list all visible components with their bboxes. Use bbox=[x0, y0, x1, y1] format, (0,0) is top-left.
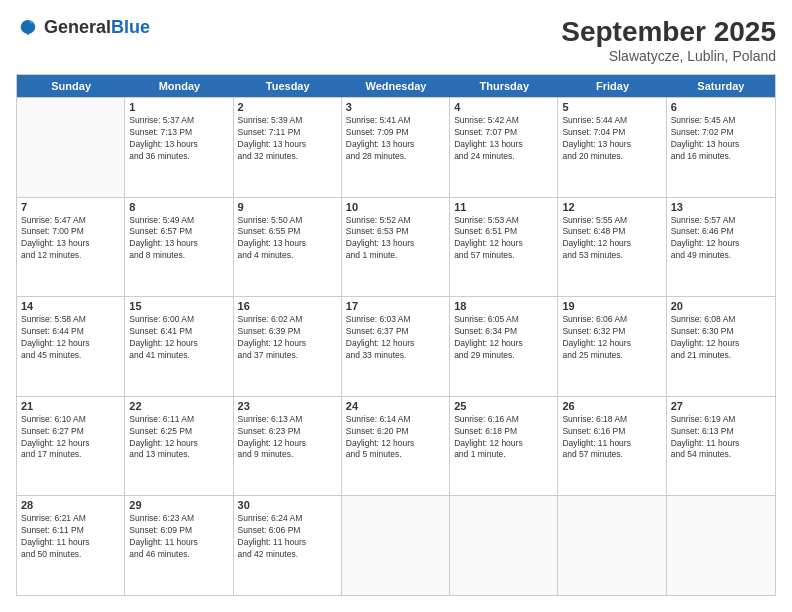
day-number: 14 bbox=[21, 300, 120, 312]
calendar-cell: 1Sunrise: 5:37 AM Sunset: 7:13 PM Daylig… bbox=[125, 98, 233, 197]
page: GeneralBlue September 2025 Slawatycze, L… bbox=[0, 0, 792, 612]
day-info: Sunrise: 6:16 AM Sunset: 6:18 PM Dayligh… bbox=[454, 414, 553, 462]
day-number: 19 bbox=[562, 300, 661, 312]
weekday-header: Friday bbox=[558, 75, 666, 97]
calendar-cell: 28Sunrise: 6:21 AM Sunset: 6:11 PM Dayli… bbox=[17, 496, 125, 595]
calendar-header: SundayMondayTuesdayWednesdayThursdayFrid… bbox=[17, 75, 775, 97]
day-number: 18 bbox=[454, 300, 553, 312]
day-number: 7 bbox=[21, 201, 120, 213]
day-info: Sunrise: 6:03 AM Sunset: 6:37 PM Dayligh… bbox=[346, 314, 445, 362]
calendar-week: 21Sunrise: 6:10 AM Sunset: 6:27 PM Dayli… bbox=[17, 396, 775, 496]
day-info: Sunrise: 6:10 AM Sunset: 6:27 PM Dayligh… bbox=[21, 414, 120, 462]
day-number: 11 bbox=[454, 201, 553, 213]
weekday-header: Sunday bbox=[17, 75, 125, 97]
calendar-cell: 21Sunrise: 6:10 AM Sunset: 6:27 PM Dayli… bbox=[17, 397, 125, 496]
day-number: 16 bbox=[238, 300, 337, 312]
day-number: 25 bbox=[454, 400, 553, 412]
calendar-week: 14Sunrise: 5:58 AM Sunset: 6:44 PM Dayli… bbox=[17, 296, 775, 396]
day-info: Sunrise: 6:06 AM Sunset: 6:32 PM Dayligh… bbox=[562, 314, 661, 362]
calendar-cell: 18Sunrise: 6:05 AM Sunset: 6:34 PM Dayli… bbox=[450, 297, 558, 396]
calendar-cell: 15Sunrise: 6:00 AM Sunset: 6:41 PM Dayli… bbox=[125, 297, 233, 396]
calendar-cell: 27Sunrise: 6:19 AM Sunset: 6:13 PM Dayli… bbox=[667, 397, 775, 496]
day-number: 24 bbox=[346, 400, 445, 412]
calendar-cell: 5Sunrise: 5:44 AM Sunset: 7:04 PM Daylig… bbox=[558, 98, 666, 197]
day-number: 30 bbox=[238, 499, 337, 511]
day-info: Sunrise: 5:57 AM Sunset: 6:46 PM Dayligh… bbox=[671, 215, 771, 263]
logo-general: General bbox=[44, 17, 111, 37]
calendar-cell: 30Sunrise: 6:24 AM Sunset: 6:06 PM Dayli… bbox=[234, 496, 342, 595]
logo: GeneralBlue bbox=[16, 16, 150, 40]
day-number: 22 bbox=[129, 400, 228, 412]
day-info: Sunrise: 5:58 AM Sunset: 6:44 PM Dayligh… bbox=[21, 314, 120, 362]
day-number: 8 bbox=[129, 201, 228, 213]
calendar-cell bbox=[342, 496, 450, 595]
day-number: 6 bbox=[671, 101, 771, 113]
weekday-header: Wednesday bbox=[342, 75, 450, 97]
calendar: SundayMondayTuesdayWednesdayThursdayFrid… bbox=[16, 74, 776, 596]
day-number: 17 bbox=[346, 300, 445, 312]
calendar-cell bbox=[17, 98, 125, 197]
calendar-cell: 25Sunrise: 6:16 AM Sunset: 6:18 PM Dayli… bbox=[450, 397, 558, 496]
calendar-cell: 2Sunrise: 5:39 AM Sunset: 7:11 PM Daylig… bbox=[234, 98, 342, 197]
day-info: Sunrise: 6:08 AM Sunset: 6:30 PM Dayligh… bbox=[671, 314, 771, 362]
calendar-cell: 9Sunrise: 5:50 AM Sunset: 6:55 PM Daylig… bbox=[234, 198, 342, 297]
day-info: Sunrise: 5:41 AM Sunset: 7:09 PM Dayligh… bbox=[346, 115, 445, 163]
day-number: 23 bbox=[238, 400, 337, 412]
day-info: Sunrise: 5:49 AM Sunset: 6:57 PM Dayligh… bbox=[129, 215, 228, 263]
day-info: Sunrise: 5:39 AM Sunset: 7:11 PM Dayligh… bbox=[238, 115, 337, 163]
day-info: Sunrise: 6:13 AM Sunset: 6:23 PM Dayligh… bbox=[238, 414, 337, 462]
day-info: Sunrise: 5:55 AM Sunset: 6:48 PM Dayligh… bbox=[562, 215, 661, 263]
day-info: Sunrise: 5:37 AM Sunset: 7:13 PM Dayligh… bbox=[129, 115, 228, 163]
calendar-cell: 10Sunrise: 5:52 AM Sunset: 6:53 PM Dayli… bbox=[342, 198, 450, 297]
day-number: 27 bbox=[671, 400, 771, 412]
day-number: 15 bbox=[129, 300, 228, 312]
calendar-body: 1Sunrise: 5:37 AM Sunset: 7:13 PM Daylig… bbox=[17, 97, 775, 595]
day-number: 4 bbox=[454, 101, 553, 113]
day-info: Sunrise: 5:53 AM Sunset: 6:51 PM Dayligh… bbox=[454, 215, 553, 263]
location: Slawatycze, Lublin, Poland bbox=[561, 48, 776, 64]
day-number: 12 bbox=[562, 201, 661, 213]
calendar-cell: 24Sunrise: 6:14 AM Sunset: 6:20 PM Dayli… bbox=[342, 397, 450, 496]
calendar-cell: 11Sunrise: 5:53 AM Sunset: 6:51 PM Dayli… bbox=[450, 198, 558, 297]
day-number: 29 bbox=[129, 499, 228, 511]
day-info: Sunrise: 5:47 AM Sunset: 7:00 PM Dayligh… bbox=[21, 215, 120, 263]
day-info: Sunrise: 6:24 AM Sunset: 6:06 PM Dayligh… bbox=[238, 513, 337, 561]
calendar-cell bbox=[450, 496, 558, 595]
day-number: 10 bbox=[346, 201, 445, 213]
logo-icon bbox=[16, 16, 40, 40]
calendar-cell: 13Sunrise: 5:57 AM Sunset: 6:46 PM Dayli… bbox=[667, 198, 775, 297]
day-info: Sunrise: 6:21 AM Sunset: 6:11 PM Dayligh… bbox=[21, 513, 120, 561]
weekday-header: Tuesday bbox=[234, 75, 342, 97]
day-info: Sunrise: 6:11 AM Sunset: 6:25 PM Dayligh… bbox=[129, 414, 228, 462]
calendar-cell bbox=[558, 496, 666, 595]
calendar-cell bbox=[667, 496, 775, 595]
calendar-cell: 7Sunrise: 5:47 AM Sunset: 7:00 PM Daylig… bbox=[17, 198, 125, 297]
day-number: 2 bbox=[238, 101, 337, 113]
day-number: 26 bbox=[562, 400, 661, 412]
calendar-cell: 29Sunrise: 6:23 AM Sunset: 6:09 PM Dayli… bbox=[125, 496, 233, 595]
header: GeneralBlue September 2025 Slawatycze, L… bbox=[16, 16, 776, 64]
day-info: Sunrise: 6:14 AM Sunset: 6:20 PM Dayligh… bbox=[346, 414, 445, 462]
calendar-cell: 8Sunrise: 5:49 AM Sunset: 6:57 PM Daylig… bbox=[125, 198, 233, 297]
day-number: 28 bbox=[21, 499, 120, 511]
calendar-cell: 12Sunrise: 5:55 AM Sunset: 6:48 PM Dayli… bbox=[558, 198, 666, 297]
day-number: 13 bbox=[671, 201, 771, 213]
weekday-header: Thursday bbox=[450, 75, 558, 97]
day-number: 3 bbox=[346, 101, 445, 113]
calendar-cell: 19Sunrise: 6:06 AM Sunset: 6:32 PM Dayli… bbox=[558, 297, 666, 396]
day-info: Sunrise: 6:23 AM Sunset: 6:09 PM Dayligh… bbox=[129, 513, 228, 561]
calendar-cell: 26Sunrise: 6:18 AM Sunset: 6:16 PM Dayli… bbox=[558, 397, 666, 496]
day-info: Sunrise: 6:05 AM Sunset: 6:34 PM Dayligh… bbox=[454, 314, 553, 362]
day-number: 1 bbox=[129, 101, 228, 113]
day-info: Sunrise: 6:00 AM Sunset: 6:41 PM Dayligh… bbox=[129, 314, 228, 362]
weekday-header: Monday bbox=[125, 75, 233, 97]
calendar-cell: 20Sunrise: 6:08 AM Sunset: 6:30 PM Dayli… bbox=[667, 297, 775, 396]
calendar-cell: 22Sunrise: 6:11 AM Sunset: 6:25 PM Dayli… bbox=[125, 397, 233, 496]
calendar-cell: 6Sunrise: 5:45 AM Sunset: 7:02 PM Daylig… bbox=[667, 98, 775, 197]
day-number: 5 bbox=[562, 101, 661, 113]
day-number: 9 bbox=[238, 201, 337, 213]
calendar-cell: 23Sunrise: 6:13 AM Sunset: 6:23 PM Dayli… bbox=[234, 397, 342, 496]
day-info: Sunrise: 6:18 AM Sunset: 6:16 PM Dayligh… bbox=[562, 414, 661, 462]
day-info: Sunrise: 5:44 AM Sunset: 7:04 PM Dayligh… bbox=[562, 115, 661, 163]
calendar-week: 7Sunrise: 5:47 AM Sunset: 7:00 PM Daylig… bbox=[17, 197, 775, 297]
